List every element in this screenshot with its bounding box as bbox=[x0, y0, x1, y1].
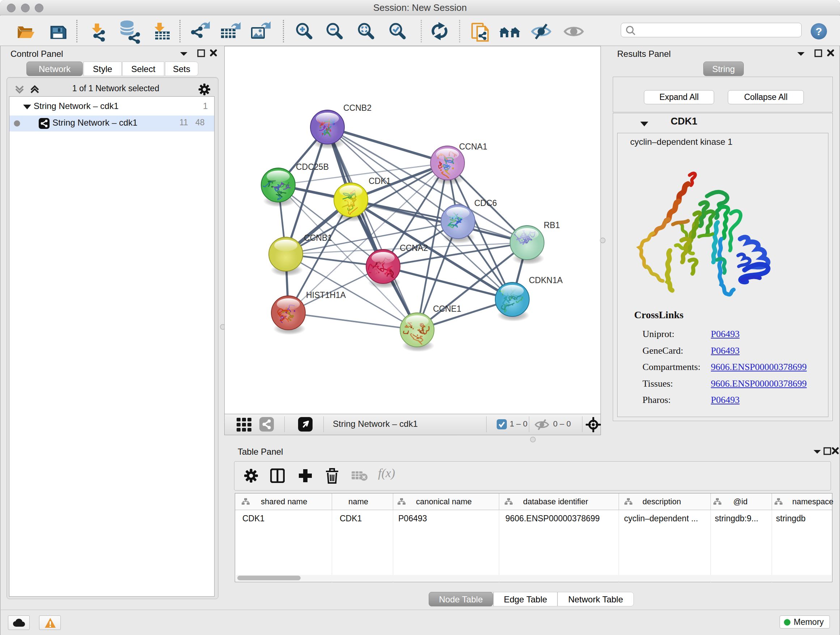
svg-text:CDC25B: CDC25B bbox=[296, 162, 329, 172]
svg-text:CCNB2: CCNB2 bbox=[343, 103, 371, 112]
svg-text:CDC6: CDC6 bbox=[474, 198, 497, 208]
svg-text:HIST1H1A: HIST1H1A bbox=[306, 290, 346, 300]
svg-text:CCNE1: CCNE1 bbox=[433, 304, 461, 314]
svg-text:CCNA1: CCNA1 bbox=[459, 142, 487, 151]
svg-text:CDKN1A: CDKN1A bbox=[529, 276, 563, 285]
svg-text:CDK1: CDK1 bbox=[369, 176, 391, 186]
svg-text:CCNB1: CCNB1 bbox=[304, 233, 332, 242]
svg-text:RB1: RB1 bbox=[544, 220, 560, 230]
svg-text:CCNA2: CCNA2 bbox=[400, 243, 428, 253]
